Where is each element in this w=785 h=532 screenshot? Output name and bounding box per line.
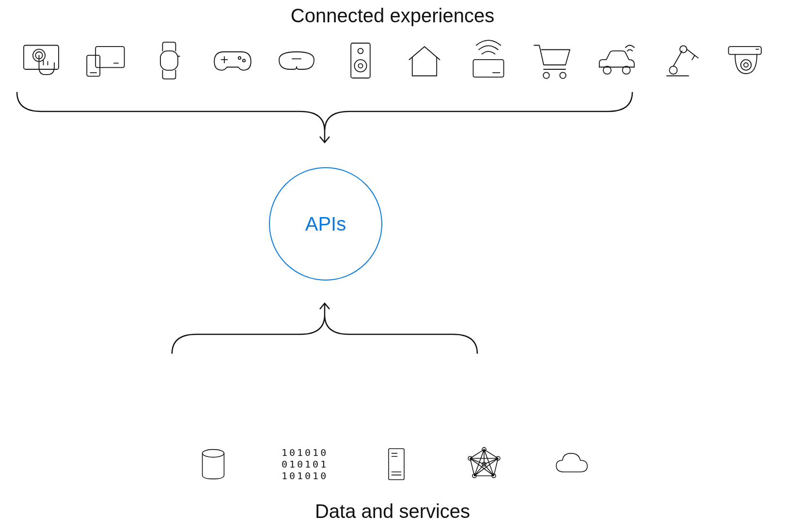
security-camera-icon (722, 39, 766, 82)
headset-icon (275, 39, 318, 82)
svg-point-22 (560, 72, 566, 78)
robot-arm-icon (658, 39, 702, 82)
svg-rect-18 (473, 60, 503, 77)
touchscreen-icon (19, 39, 63, 82)
svg-point-16 (354, 60, 366, 72)
network-graph-icon (465, 445, 503, 484)
connected-experiences-icons (19, 39, 766, 82)
bottom-brace-arrow (170, 298, 480, 354)
svg-rect-0 (24, 46, 59, 70)
svg-point-21 (543, 72, 550, 78)
server-icon (377, 445, 416, 484)
svg-point-17 (359, 63, 363, 68)
connected-car-icon (594, 39, 638, 82)
home-icon (403, 39, 446, 82)
database-icon (194, 445, 233, 484)
api-architecture-diagram: Connected experiences (0, 0, 785, 532)
svg-rect-7 (160, 51, 178, 70)
svg-line-28 (674, 51, 682, 66)
contactless-card-icon (467, 39, 510, 82)
top-brace-arrow (15, 92, 635, 145)
devices-icon (83, 39, 127, 82)
shopping-cart-icon (531, 39, 574, 82)
game-controller-icon (211, 39, 254, 82)
smartwatch-icon (147, 39, 191, 82)
data-services-title: Data and services (0, 501, 785, 522)
svg-point-37 (203, 450, 224, 457)
svg-point-29 (680, 46, 687, 52)
data-services-icons: 101010 010101 101010 (194, 445, 591, 484)
svg-point-12 (243, 59, 245, 62)
cloud-icon (552, 445, 591, 484)
apis-label: APIs (305, 213, 346, 235)
svg-point-33 (741, 60, 752, 70)
connected-experiences-title: Connected experiences (0, 5, 785, 27)
svg-point-11 (238, 57, 241, 59)
svg-line-30 (687, 49, 695, 56)
apis-node: APIs (269, 167, 382, 281)
svg-point-27 (670, 66, 677, 74)
svg-rect-31 (728, 47, 761, 54)
svg-point-34 (744, 63, 748, 67)
speaker-icon (339, 39, 382, 82)
binary-data-icon: 101010 010101 101010 (282, 447, 328, 482)
svg-point-15 (358, 48, 363, 54)
